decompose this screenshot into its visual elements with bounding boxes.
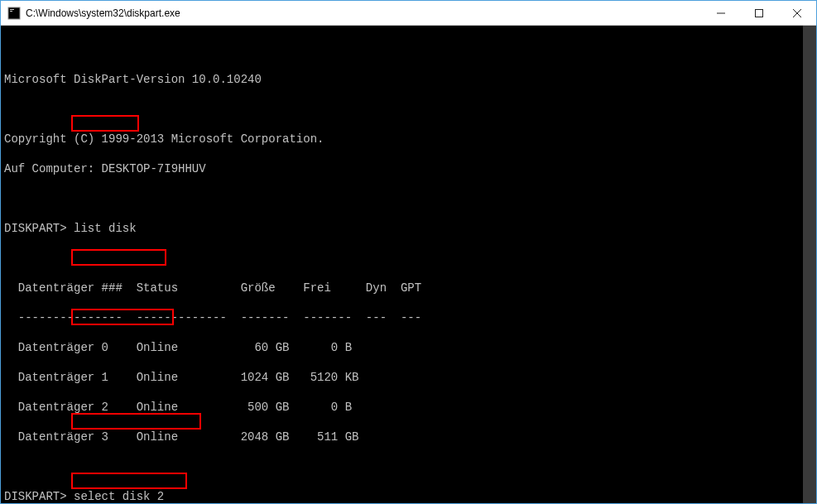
prompt-line: DISKPART> list disk <box>4 221 816 236</box>
minimize-button[interactable] <box>702 1 740 25</box>
svg-rect-2 <box>10 11 12 12</box>
scrollbar[interactable] <box>803 26 816 503</box>
table-row: Datenträger 0 Online 60 GB 0 B <box>4 340 816 355</box>
prompt-line: DISKPART> select disk 2 <box>4 489 816 503</box>
maximize-button[interactable] <box>740 1 778 25</box>
window-controls <box>702 1 816 25</box>
svg-rect-1 <box>10 9 14 10</box>
table-row: Datenträger 1 Online 1024 GB 5120 KB <box>4 370 816 385</box>
terminal-line <box>4 459 816 474</box>
terminal-line <box>4 102 816 117</box>
terminal-line <box>4 42 816 57</box>
window-title: C:\Windows\system32\diskpart.exe <box>26 7 702 19</box>
terminal-area[interactable]: Microsoft DiskPart-Version 10.0.10240 Co… <box>1 26 816 503</box>
terminal-line: Microsoft DiskPart-Version 10.0.10240 <box>4 72 816 87</box>
app-window: C:\Windows\system32\diskpart.exe Microso… <box>0 0 817 504</box>
close-button[interactable] <box>778 1 816 25</box>
table-separator: --------------- ------------- ------- --… <box>4 310 816 325</box>
terminal-line: Copyright (C) 1999-2013 Microsoft Corpor… <box>4 132 816 146</box>
table-row: Datenträger 3 Online 2048 GB 511 GB <box>4 430 816 444</box>
table-row: Datenträger 2 Online 500 GB 0 B <box>4 400 816 415</box>
svg-rect-4 <box>756 9 763 17</box>
table-header: Datenträger ### Status Größe Frei Dyn GP… <box>4 281 816 295</box>
terminal-line <box>4 191 816 206</box>
app-icon <box>7 7 21 20</box>
title-bar[interactable]: C:\Windows\system32\diskpart.exe <box>1 1 816 26</box>
terminal-output: Microsoft DiskPart-Version 10.0.10240 Co… <box>1 26 816 503</box>
terminal-line <box>4 251 816 266</box>
terminal-line: Auf Computer: DESKTOP-7I9HHUV <box>4 161 816 176</box>
